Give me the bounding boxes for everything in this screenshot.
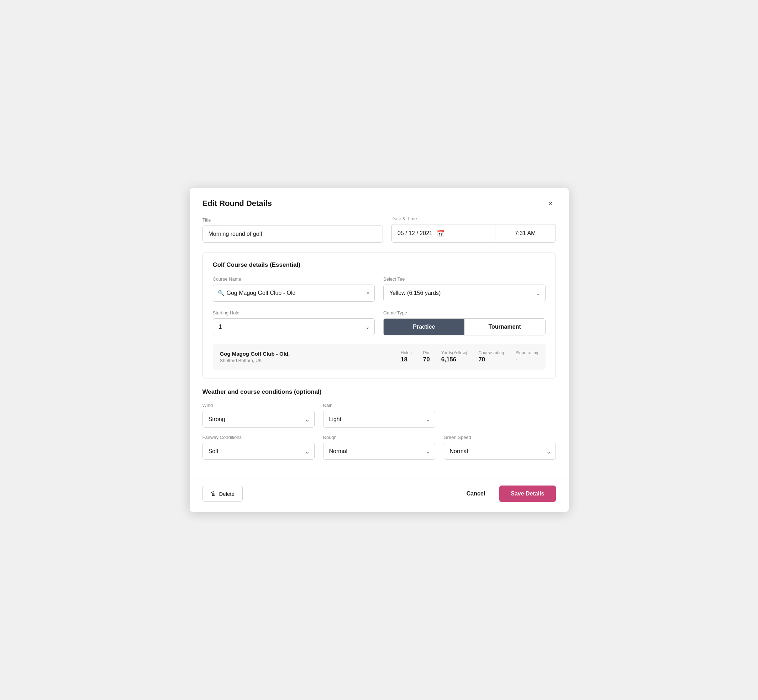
- green-speed-select-wrap: Normal ⌄: [444, 443, 556, 459]
- rough-field-group: Rough Normal ⌄: [323, 434, 435, 459]
- modal-body: Title Date & Time 05 / 12 / 2021 📅 7:31 …: [190, 216, 568, 475]
- fairway-dropdown[interactable]: Soft: [202, 443, 315, 459]
- delete-label: Delete: [219, 491, 235, 497]
- wind-label: Wind: [202, 403, 315, 408]
- fairway-field-group: Fairway Conditions Soft ⌄: [202, 434, 315, 459]
- course-rating-value: 70: [478, 356, 485, 363]
- course-name-search-wrap: 🔍 ×: [213, 284, 375, 302]
- fairway-rough-green-row: Fairway Conditions Soft ⌄ Rough Normal: [202, 434, 556, 459]
- slope-rating-value: -: [515, 356, 517, 363]
- slope-rating-stat: Slope rating -: [515, 350, 538, 363]
- golf-course-section: Golf Course details (Essential) Course N…: [202, 253, 556, 378]
- datetime-label: Date & Time: [392, 216, 556, 221]
- wind-rain-row: Wind Strong ⌄ Rain Light ⌄: [202, 403, 556, 428]
- holes-label: Holes: [401, 350, 412, 355]
- rough-select-wrap: Normal ⌄: [323, 443, 435, 459]
- course-info-left: Gog Magog Golf Club - Old, Shelford Bott…: [220, 351, 401, 363]
- hole-gametype-row: Starting Hole 1 ⌄ Game Type Practice Tou…: [213, 310, 545, 336]
- starting-hole-wrap: 1 ⌄: [213, 318, 375, 335]
- par-value: 70: [423, 356, 430, 363]
- close-button[interactable]: ×: [545, 198, 556, 209]
- green-speed-dropdown[interactable]: Normal: [444, 443, 556, 459]
- course-name-input[interactable]: [213, 284, 375, 302]
- yards-label: Yards(Yellow): [441, 350, 467, 355]
- edit-round-modal: Edit Round Details × Title Date & Time 0…: [190, 188, 568, 512]
- title-label: Title: [202, 217, 383, 223]
- title-input[interactable]: [202, 225, 383, 242]
- course-rating-label: Course rating: [478, 350, 504, 355]
- time-field[interactable]: 7:31 AM: [495, 224, 556, 242]
- fairway-select-wrap: Soft ⌄: [202, 443, 315, 459]
- title-field-group: Title: [202, 217, 383, 242]
- course-stats: Holes 18 Par 70 Yards(Yellow) 6,156 Cour…: [401, 350, 538, 363]
- course-rating-stat: Course rating 70: [478, 350, 504, 363]
- game-type-label: Game Type: [383, 310, 545, 316]
- wind-dropdown[interactable]: Strong: [202, 411, 315, 428]
- green-speed-label: Green Speed: [444, 434, 556, 440]
- holes-stat: Holes 18: [401, 350, 412, 363]
- search-icon: 🔍: [218, 290, 224, 296]
- calendar-icon: 📅: [437, 230, 445, 237]
- game-type-group: Game Type Practice Tournament: [383, 310, 545, 336]
- save-details-button[interactable]: Save Details: [499, 486, 556, 502]
- rain-select-wrap: Light ⌄: [323, 411, 435, 428]
- top-fields: Title Date & Time 05 / 12 / 2021 📅 7:31 …: [202, 216, 556, 242]
- clear-icon[interactable]: ×: [366, 289, 370, 297]
- course-name-label: Course Name: [213, 277, 375, 282]
- tournament-toggle-button[interactable]: Tournament: [464, 319, 545, 335]
- modal-header: Edit Round Details ×: [190, 188, 568, 216]
- weather-section: Weather and course conditions (optional)…: [202, 388, 556, 459]
- rough-label: Rough: [323, 434, 435, 440]
- practice-toggle-button[interactable]: Practice: [384, 319, 464, 335]
- delete-button[interactable]: 🗑 Delete: [202, 486, 243, 502]
- rain-label: Rain: [323, 403, 435, 408]
- golf-course-section-title: Golf Course details (Essential): [213, 261, 545, 269]
- datetime-field-group: Date & Time 05 / 12 / 2021 📅 7:31 AM: [392, 216, 556, 242]
- date-field[interactable]: 05 / 12 / 2021 📅: [392, 224, 495, 242]
- course-name-group: Course Name 🔍 ×: [213, 277, 375, 302]
- cancel-button[interactable]: Cancel: [461, 486, 491, 501]
- rain-dropdown[interactable]: Light: [323, 411, 435, 428]
- trash-icon: 🗑: [211, 491, 216, 497]
- starting-hole-label: Starting Hole: [213, 310, 375, 316]
- rain-field-group: Rain Light ⌄: [323, 403, 435, 428]
- green-speed-field-group: Green Speed Normal ⌄: [444, 434, 556, 459]
- weather-section-title: Weather and course conditions (optional): [202, 388, 556, 395]
- time-value: 7:31 AM: [515, 230, 536, 236]
- footer-right: Cancel Save Details: [461, 486, 556, 502]
- yards-stat: Yards(Yellow) 6,156: [441, 350, 467, 363]
- course-info-location: Shelford Bottom, UK: [220, 358, 401, 363]
- course-info-name: Gog Magog Golf Club - Old,: [220, 351, 401, 357]
- fairway-label: Fairway Conditions: [202, 434, 315, 440]
- select-tee-group: Select Tee Yellow (6,156 yards) ⌄: [383, 277, 545, 302]
- modal-footer: 🗑 Delete Cancel Save Details: [190, 478, 568, 512]
- slope-rating-label: Slope rating: [515, 350, 538, 355]
- rough-dropdown[interactable]: Normal: [323, 443, 435, 459]
- par-stat: Par 70: [423, 350, 430, 363]
- course-tee-row: Course Name 🔍 × Select Tee Yellow (6,156…: [213, 277, 545, 302]
- holes-value: 18: [401, 356, 407, 363]
- modal-title: Edit Round Details: [202, 199, 272, 208]
- course-info-box: Gog Magog Golf Club - Old, Shelford Bott…: [213, 344, 545, 370]
- yards-value: 6,156: [441, 356, 457, 363]
- par-label: Par: [423, 350, 430, 355]
- select-tee-wrap: Yellow (6,156 yards) ⌄: [383, 284, 545, 301]
- select-tee-dropdown[interactable]: Yellow (6,156 yards): [383, 284, 545, 301]
- wind-select-wrap: Strong ⌄: [202, 411, 315, 428]
- wind-field-group: Wind Strong ⌄: [202, 403, 315, 428]
- select-tee-label: Select Tee: [383, 277, 545, 282]
- starting-hole-group: Starting Hole 1 ⌄: [213, 310, 375, 336]
- date-value: 05 / 12 / 2021: [398, 230, 432, 236]
- starting-hole-dropdown[interactable]: 1: [213, 318, 375, 335]
- game-type-toggle: Practice Tournament: [383, 318, 545, 336]
